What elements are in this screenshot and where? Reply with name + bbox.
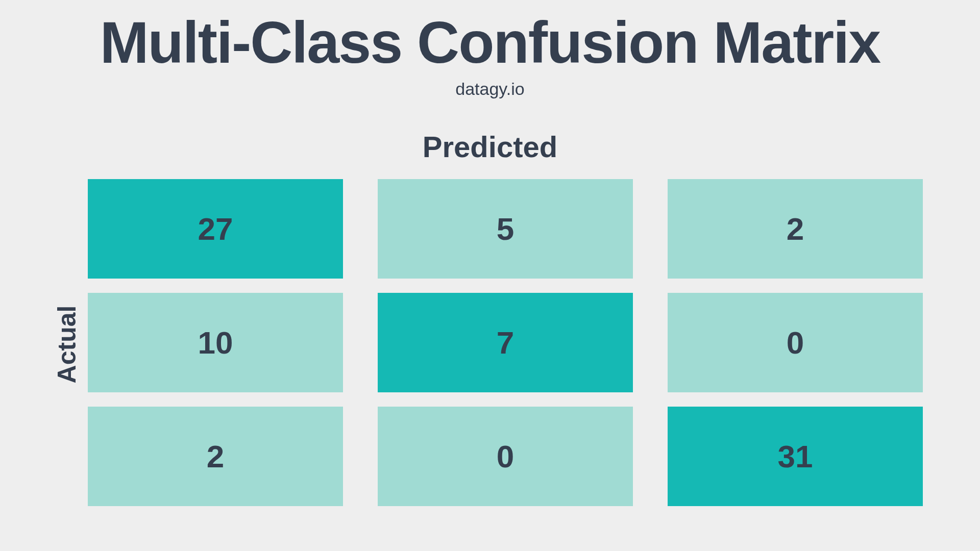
matrix-cell: 2 <box>668 179 923 279</box>
chart-container: Multi-Class Confusion Matrix datagy.io P… <box>0 0 980 551</box>
matrix-cell: 7 <box>378 293 633 392</box>
matrix-cell: 2 <box>88 407 343 506</box>
matrix-cell: 0 <box>378 407 633 506</box>
matrix-cell: 10 <box>88 293 343 392</box>
chart-title: Multi-Class Confusion Matrix <box>100 10 880 75</box>
confusion-matrix: 27 5 2 10 7 0 2 0 31 <box>88 179 923 506</box>
matrix-cell: 31 <box>668 407 923 506</box>
x-axis-label: Predicted <box>423 130 557 164</box>
matrix-cell: 5 <box>378 179 633 279</box>
y-axis-label: Actual <box>52 306 82 384</box>
matrix-area: Actual 27 5 2 10 7 0 2 0 31 <box>0 179 980 506</box>
chart-subtitle: datagy.io <box>455 79 524 99</box>
matrix-cell: 0 <box>668 293 923 392</box>
matrix-cell: 27 <box>88 179 343 279</box>
